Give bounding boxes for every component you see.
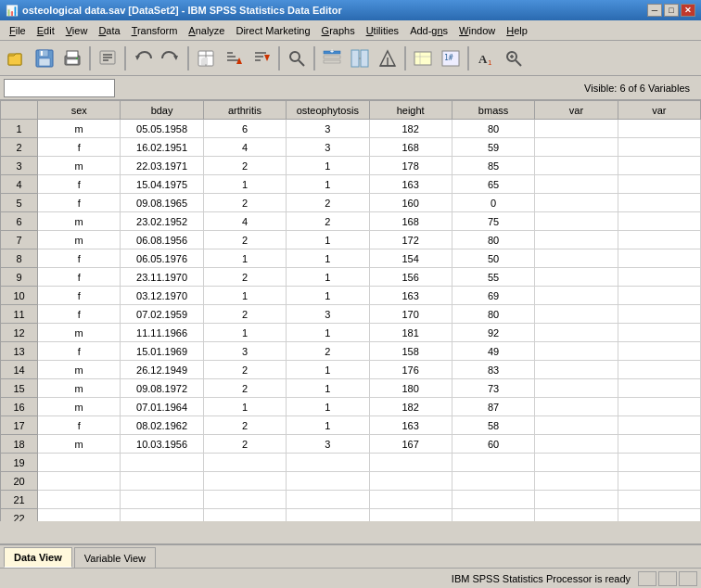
cell-sex[interactable]: m xyxy=(38,435,121,454)
sort-ascending-button[interactable] xyxy=(221,45,247,72)
cell-osteophytosis[interactable]: 1 xyxy=(287,361,369,379)
cell-height[interactable]: 163 xyxy=(369,287,452,305)
cell-var1[interactable] xyxy=(535,361,618,379)
menu-view[interactable]: View xyxy=(60,23,94,38)
cell-sex[interactable]: f xyxy=(38,305,121,324)
cell-osteophytosis[interactable]: 3 xyxy=(287,138,369,157)
cell-arthritis[interactable]: 2 xyxy=(203,435,286,454)
print-button[interactable] xyxy=(59,45,85,72)
cell-var1[interactable] xyxy=(535,435,618,454)
cell-var1[interactable] xyxy=(535,342,618,361)
cell-empty[interactable] xyxy=(452,472,534,491)
cell-var2[interactable] xyxy=(618,138,700,157)
cell-var1[interactable] xyxy=(535,287,618,305)
cell-osteophytosis[interactable]: 3 xyxy=(287,120,369,138)
cell-var2[interactable] xyxy=(618,379,700,398)
cell-arthritis[interactable]: 2 xyxy=(203,231,286,249)
cell-var2[interactable] xyxy=(618,287,700,305)
cell-osteophytosis[interactable]: 1 xyxy=(287,287,369,305)
cell-var2[interactable] xyxy=(618,342,700,361)
cell-bmass[interactable]: 83 xyxy=(452,361,534,379)
cell-osteophytosis[interactable]: 3 xyxy=(287,435,369,454)
cell-osteophytosis[interactable]: 1 xyxy=(287,416,369,435)
cell-osteophytosis[interactable]: 1 xyxy=(287,249,369,268)
undo-button[interactable] xyxy=(130,45,156,72)
cell-arthritis[interactable]: 2 xyxy=(203,268,286,287)
menu-edit[interactable]: Edit xyxy=(32,23,60,38)
cell-arthritis[interactable]: 2 xyxy=(203,361,286,379)
col-header-bday[interactable]: bday xyxy=(121,101,203,120)
cell-bday[interactable]: 08.02.1962 xyxy=(121,416,203,435)
cell-var1[interactable] xyxy=(535,249,618,268)
cell-empty[interactable] xyxy=(535,472,618,491)
cell-empty[interactable] xyxy=(38,509,121,522)
cell-var2[interactable] xyxy=(618,231,700,249)
cell-empty[interactable] xyxy=(452,491,534,509)
cell-arthritis[interactable]: 2 xyxy=(203,305,286,324)
cell-sex[interactable]: f xyxy=(38,175,121,194)
cell-empty[interactable] xyxy=(287,491,369,509)
col-header-bmass[interactable]: bmass xyxy=(452,101,534,120)
cell-height[interactable]: 170 xyxy=(369,305,452,324)
value-labels-button[interactable] xyxy=(410,45,436,72)
cell-var1[interactable] xyxy=(535,138,618,157)
cell-empty[interactable] xyxy=(618,491,700,509)
cell-bmass[interactable]: 80 xyxy=(452,231,534,249)
cell-arthritis[interactable]: 1 xyxy=(203,398,286,416)
cell-sex[interactable]: m xyxy=(38,398,121,416)
cell-var2[interactable] xyxy=(618,249,700,268)
cell-empty[interactable] xyxy=(369,509,452,522)
cell-height[interactable]: 160 xyxy=(369,194,452,212)
cell-sex[interactable]: f xyxy=(38,268,121,287)
cell-var2[interactable] xyxy=(618,398,700,416)
menu-transform[interactable]: Transform xyxy=(126,23,184,38)
tab-data-view[interactable]: Data View xyxy=(4,547,72,568)
cell-bmass[interactable]: 87 xyxy=(452,398,534,416)
cell-var1[interactable] xyxy=(535,398,618,416)
cell-var2[interactable] xyxy=(618,157,700,175)
cell-arthritis[interactable]: 2 xyxy=(203,416,286,435)
cell-height[interactable]: 167 xyxy=(369,435,452,454)
cell-arthritis[interactable]: 1 xyxy=(203,249,286,268)
cell-bmass[interactable]: 92 xyxy=(452,324,534,342)
var-name-input[interactable] xyxy=(4,79,115,97)
cell-empty[interactable] xyxy=(38,454,121,472)
weight-cases-button[interactable] xyxy=(375,45,401,72)
cell-var1[interactable] xyxy=(535,268,618,287)
cell-var2[interactable] xyxy=(618,268,700,287)
cell-var2[interactable] xyxy=(618,212,700,231)
cell-osteophytosis[interactable]: 2 xyxy=(287,212,369,231)
cell-empty[interactable] xyxy=(203,491,286,509)
cell-bday[interactable]: 11.11.1966 xyxy=(121,324,203,342)
cell-bday[interactable]: 07.01.1964 xyxy=(121,398,203,416)
spell-button[interactable]: A1 xyxy=(473,45,499,72)
cell-empty[interactable] xyxy=(121,509,203,522)
cell-height[interactable]: 156 xyxy=(369,268,452,287)
cell-bmass[interactable]: 55 xyxy=(452,268,534,287)
cell-sex[interactable]: m xyxy=(38,157,121,175)
cell-empty[interactable] xyxy=(121,491,203,509)
menu-analyze[interactable]: Analyze xyxy=(183,23,230,38)
menu-data[interactable]: Data xyxy=(93,23,125,38)
cell-height[interactable]: 182 xyxy=(369,120,452,138)
cell-arthritis[interactable]: 1 xyxy=(203,324,286,342)
cell-sex[interactable]: m xyxy=(38,361,121,379)
cell-var1[interactable] xyxy=(535,212,618,231)
cell-height[interactable]: 154 xyxy=(369,249,452,268)
cell-bmass[interactable]: 80 xyxy=(452,120,534,138)
menu-graphs[interactable]: Graphs xyxy=(316,23,361,38)
cell-bday[interactable]: 22.03.1971 xyxy=(121,157,203,175)
cell-empty[interactable] xyxy=(369,454,452,472)
cell-var1[interactable] xyxy=(535,120,618,138)
col-header-osteophytosis[interactable]: osteophytosis xyxy=(287,101,369,120)
cell-var2[interactable] xyxy=(618,435,700,454)
cell-sex[interactable]: m xyxy=(38,379,121,398)
cell-osteophytosis[interactable]: 2 xyxy=(287,194,369,212)
cell-var1[interactable] xyxy=(535,379,618,398)
cell-osteophytosis[interactable]: 2 xyxy=(287,342,369,361)
cell-bday[interactable]: 09.08.1972 xyxy=(121,379,203,398)
cell-osteophytosis[interactable]: 1 xyxy=(287,398,369,416)
cell-empty[interactable] xyxy=(369,472,452,491)
menu-add-ons[interactable]: Add-gns xyxy=(404,23,453,38)
cell-var2[interactable] xyxy=(618,416,700,435)
